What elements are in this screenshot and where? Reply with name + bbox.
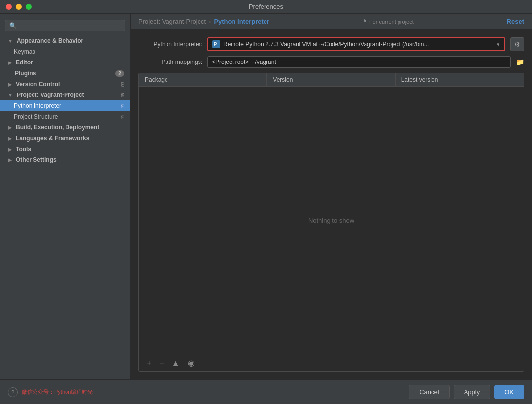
folder-icon: 📁	[516, 58, 524, 66]
breadcrumb-page: Python Interpreter	[214, 18, 269, 25]
titlebar: Preferences	[0, 0, 532, 14]
sidebar-item-editor[interactable]: ▶ Editor	[0, 57, 130, 68]
sidebar-item-project-structure[interactable]: Project Structure ⎘	[0, 111, 130, 122]
path-mapping-field: <Project root>→/vagrant	[207, 56, 511, 68]
content-header: Project: Vagrant-Project › Python Interp…	[131, 14, 532, 30]
sidebar-item-appearance[interactable]: ▼ Appearance & Behavior	[0, 35, 130, 46]
copy-icon: ⎘	[121, 103, 124, 109]
interpreter-dropdown[interactable]: P Remote Python 2.7.3 Vagrant VM at ~/Co…	[207, 37, 505, 51]
sidebar-item-label: Keymap	[14, 48, 124, 55]
close-button[interactable]	[6, 4, 12, 10]
dropdown-arrow-icon: ▼	[496, 42, 500, 47]
arrow-icon: ▶	[8, 82, 12, 87]
up-arrow-icon: ▲	[172, 359, 180, 367]
arrow-icon: ▼	[8, 38, 13, 44]
sidebar-item-label: Plugins	[8, 70, 113, 77]
sidebar-item-languages[interactable]: ▶ Languages & Frameworks	[0, 133, 130, 144]
arrow-icon: ▼	[8, 93, 13, 98]
sidebar: 🔍 ▼ Appearance & Behavior Keymap ▶ Edito…	[0, 14, 131, 379]
sidebar-item-keymap[interactable]: Keymap	[0, 46, 130, 57]
sidebar-item-version-control[interactable]: ▶ Version Control ⎘	[0, 79, 130, 90]
svg-text:P: P	[214, 42, 217, 47]
sidebar-item-label: Project Structure	[14, 113, 119, 120]
col-latest: Latest version	[396, 73, 524, 86]
watermark-text: 微信公众号：Python编程时光	[22, 388, 93, 396]
package-table: Package Version Latest version Nothing t…	[138, 73, 524, 372]
flag-icon: ⚑	[363, 18, 367, 25]
sidebar-item-label: Project: Vagrant-Project	[17, 92, 119, 98]
arrow-icon: ▶	[8, 60, 12, 65]
search-box[interactable]: 🔍	[5, 20, 125, 31]
table-header: Package Version Latest version	[139, 73, 524, 87]
apply-button[interactable]: Apply	[454, 385, 491, 399]
plugins-badge: 2	[115, 70, 124, 77]
maximize-button[interactable]	[26, 4, 32, 10]
bottom-bar-right: Cancel Apply OK	[409, 385, 524, 399]
sidebar-item-label: Tools	[16, 146, 124, 153]
interpreter-row: Python Interpreter: P Remote Python 2.7.…	[138, 37, 524, 51]
search-input[interactable]	[20, 22, 121, 29]
sidebar-item-tools[interactable]: ▶ Tools	[0, 144, 130, 155]
sidebar-item-python-interpreter[interactable]: Python Interpreter ⎘	[0, 100, 130, 111]
interpreter-value: Remote Python 2.7.3 Vagrant VM at ~/Code…	[223, 41, 429, 48]
main-container: 🔍 ▼ Appearance & Behavior Keymap ▶ Edito…	[0, 14, 532, 379]
gear-icon: ⚙	[514, 41, 520, 48]
sidebar-item-other-settings[interactable]: ▶ Other Settings	[0, 155, 130, 165]
sidebar-item-label: Build, Execution, Deployment	[16, 124, 124, 131]
minimize-button[interactable]	[16, 4, 22, 10]
window-title: Preferences	[249, 3, 283, 10]
copy-icon: ⎘	[121, 81, 124, 87]
sidebar-item-label: Version Control	[16, 81, 119, 88]
col-package: Package	[139, 73, 267, 86]
help-button[interactable]: ?	[8, 387, 18, 397]
path-label: Path mappings:	[138, 59, 202, 65]
search-icon: 🔍	[9, 22, 17, 29]
bottom-bar-left: ? 微信公众号：Python编程时光	[8, 387, 93, 397]
sidebar-item-label: Python Interpreter	[14, 102, 119, 109]
content-area: Project: Vagrant-Project › Python Interp…	[131, 14, 532, 379]
sidebar-item-project[interactable]: ▼ Project: Vagrant-Project ⎘	[0, 90, 130, 100]
sidebar-item-label: Other Settings	[16, 156, 124, 163]
sidebar-item-label: Languages & Frameworks	[16, 135, 124, 142]
remove-package-button[interactable]: −	[157, 358, 166, 368]
arrow-icon: ▶	[8, 125, 12, 130]
sidebar-item-plugins[interactable]: Plugins 2	[0, 68, 130, 79]
arrow-icon: ▶	[8, 147, 12, 152]
col-version: Version	[267, 73, 395, 86]
ok-button[interactable]: OK	[494, 385, 524, 399]
empty-message: Nothing to show	[308, 217, 354, 224]
arrow-icon: ▶	[8, 157, 12, 163]
table-body: Nothing to show	[139, 87, 524, 355]
dropdown-text: P Remote Python 2.7.3 Vagrant VM at ~/Co…	[212, 40, 429, 48]
upgrade-package-button[interactable]: ▲	[170, 358, 182, 368]
breadcrumb-project: Project: Vagrant-Project	[138, 18, 206, 25]
folder-button[interactable]: 📁	[516, 58, 524, 66]
copy-icon: ⎘	[121, 114, 124, 120]
for-current-project-label: ⚑ For current project	[363, 18, 414, 25]
sidebar-item-label: Appearance & Behavior	[17, 37, 124, 44]
sidebar-item-label: Editor	[16, 59, 124, 66]
cancel-button[interactable]: Cancel	[409, 385, 449, 399]
add-package-button[interactable]: +	[145, 358, 153, 368]
arrow-icon: ▶	[8, 136, 12, 141]
window-controls	[6, 4, 32, 10]
sidebar-item-build[interactable]: ▶ Build, Execution, Deployment	[0, 122, 130, 133]
breadcrumb-separator: ›	[209, 18, 211, 25]
bottom-bar: ? 微信公众号：Python编程时光 Cancel Apply OK	[0, 379, 532, 404]
show-package-button[interactable]: ◉	[186, 358, 197, 368]
path-value: <Project root>→/vagrant	[212, 59, 276, 65]
eye-icon: ◉	[188, 359, 195, 367]
content-body: Python Interpreter: P Remote Python 2.7.…	[131, 30, 532, 379]
gear-button[interactable]: ⚙	[510, 37, 524, 51]
breadcrumb: Project: Vagrant-Project › Python Interp…	[138, 18, 269, 25]
table-footer: + − ▲ ◉	[139, 355, 524, 371]
python-icon: P	[212, 40, 220, 48]
copy-icon: ⎘	[121, 92, 124, 98]
path-mappings-row: Path mappings: <Project root>→/vagrant 📁	[138, 56, 524, 68]
reset-button[interactable]: Reset	[507, 18, 524, 25]
interpreter-label: Python Interpreter:	[138, 41, 202, 48]
